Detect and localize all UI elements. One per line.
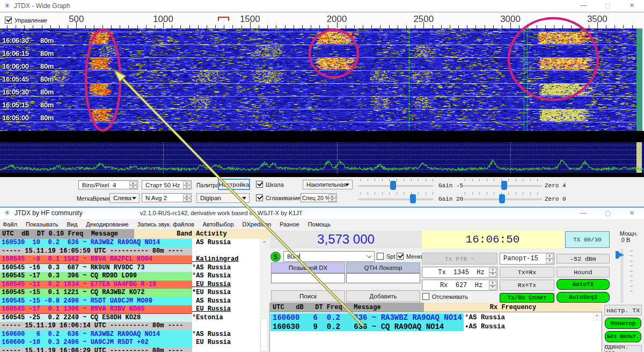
hound-button[interactable]: Hound [557, 267, 610, 277]
rx-frequency-table[interactable]: 160600 6 0.2 636 ~ RA3WBZ RA9OAQ NO14°AS… [269, 312, 602, 352]
navg-spinbox[interactable]: N Avg 2 ▲▼ [142, 193, 192, 202]
qth-locator-input[interactable] [346, 273, 420, 283]
filter-button[interactable]: Без фильт. [605, 331, 641, 342]
band-activity-table[interactable]: 160530 10 0.2 636 ~ RA3WBZ RA9OAQ NO14 A… [0, 239, 260, 352]
spt-checkbox-box[interactable] [377, 253, 384, 260]
decode-separator-row[interactable]: ----- 15.11.19 16:05:59 UTC ---------- 8… [0, 247, 260, 256]
start-freq-spinbox[interactable]: Старт 50 Hz ▲▼ [142, 180, 192, 189]
menu-запись-звук-файлов[interactable]: Запись звук. файлов [133, 219, 199, 230]
freq-scale-label: 1000 [153, 14, 173, 25]
menu-декодирование[interactable]: Декодирование [82, 219, 133, 230]
timestamp-dropdown[interactable]: Слева [109, 193, 140, 203]
main-titlebar[interactable]: ✳ JTDX by HF community v2.1.0-RUS-rc142,… [0, 208, 644, 219]
navg-spinner[interactable]: ▲▼ [183, 194, 191, 201]
rx-scrollbar[interactable]: ⌃ [592, 312, 602, 352]
tx-freq-spinner[interactable]: ▲▼ [489, 268, 496, 277]
spt-checkbox[interactable]: Spt [377, 253, 396, 260]
band-select-combo[interactable]: 80m [283, 251, 375, 262]
dx-call-button[interactable]: Позывной DX [271, 262, 345, 273]
rx-decode-row[interactable]: 160630 9 0.2 636 ~ CQ RA9OAQ NO14•AS Rus… [270, 322, 602, 332]
spec-spinner[interactable]: ▲▼ [328, 194, 336, 201]
tune-tx-button[interactable]: настр. TX [604, 305, 642, 316]
waterfall-display[interactable] [0, 28, 644, 131]
freq-scale-label: 3500 [587, 14, 608, 25]
mw-maximize-icon[interactable]: ▢ [596, 208, 620, 220]
palette-adjust-button[interactable]: Настройка [218, 179, 250, 190]
menu-вид[interactable]: Вид [62, 219, 82, 230]
gain-waterfall-slider[interactable] [358, 180, 434, 191]
autoseq-button[interactable]: AutoSeq3 [557, 292, 610, 303]
menu-разное[interactable]: Разное [275, 219, 303, 230]
decode-row[interactable]: 160545 -16 0.3 687 ~ RK9UN RV9DC 73°AS R… [0, 264, 260, 273]
menu-автовыбор[interactable]: АвтоВыбор [199, 219, 238, 230]
dbm-button[interactable]: -52 dBm [557, 254, 610, 263]
decode-row[interactable]: 160600 -10 0.3 2496 ~ UA9CJM R5DT +02 EU… [0, 339, 260, 347]
ba-scroll-thumb[interactable] [260, 318, 268, 351]
bins-pixel-spinner[interactable]: ▲▼ [129, 181, 137, 188]
dx-call-input[interactable] [271, 273, 345, 283]
power-slider-handle[interactable] [616, 251, 624, 259]
tx-watchdog-button[interactable]: TX 00/30 [565, 231, 610, 248]
track-checkbox-box[interactable] [422, 293, 429, 300]
track-checkbox[interactable]: Отслеживать [422, 293, 468, 300]
qth-locator-button[interactable]: QTH Локатор [346, 262, 420, 273]
decode-row[interactable]: 160545 -17 0.3 396 ~ CQ RD9D LO99°AS Rus… [0, 272, 260, 281]
zero-spectrum-slider[interactable] [463, 194, 543, 204]
scale-checkbox-box[interactable] [256, 181, 263, 188]
rx-decode-row[interactable]: 160600 6 0.2 636 ~ RA3WBZ RA9OAQ NO14°AS… [270, 313, 602, 322]
wide-graph-titlebar[interactable]: ✳ JTDX - Wide Graph — ▢ ✕ [0, 0, 644, 12]
decode-row[interactable]: 160545 -15 0.1 1221 ~ CQ RA3WBZ KO72*EU … [0, 289, 260, 297]
rx-scroll-up-icon[interactable]: ⌃ [592, 312, 602, 321]
rx-freq-spinbox[interactable]: Rx 627 Hz ▲▼ [422, 280, 497, 291]
rx-equals-tx-button[interactable]: Rx=Tx [500, 280, 554, 291]
wg-close-icon[interactable]: ✕ [620, 0, 644, 12]
monitor-button[interactable]: Монитор [605, 318, 641, 329]
report-spinner[interactable]: ▲▼ [546, 254, 553, 263]
control-checkbox-box[interactable] [5, 17, 12, 24]
tx-freq-spinbox[interactable]: Tx 1345 Hz ▲▼ [422, 267, 497, 278]
add-button[interactable]: Добавить [346, 290, 420, 302]
report-spinbox[interactable]: Рапорт-15 ▲▼ [500, 253, 554, 265]
wg-minimize-icon[interactable]: — [572, 0, 596, 12]
menu-показывать[interactable]: Показывать [21, 219, 62, 230]
scale-checkbox[interactable]: Шкала [256, 181, 284, 188]
menu-checkbox-box[interactable] [397, 253, 404, 260]
ba-scroll-up-icon[interactable]: ⌃ [260, 239, 269, 248]
tx-ftb-button[interactable]: Tx FTB ~ [422, 253, 497, 265]
smooth-checkbox-box[interactable] [256, 194, 263, 201]
mw-close-icon[interactable]: ✕ [620, 208, 644, 220]
control-checkbox[interactable]: Управление [5, 17, 47, 24]
decode-row[interactable]: 160545 -11 0.2 1634 ~ E77EA UA4FBG R-19 … [0, 281, 260, 289]
tx-equals-rx-button[interactable]: Tx=Rx [500, 267, 554, 278]
menu-dxpedition[interactable]: DXpedition [238, 219, 276, 230]
smooth-checkbox[interactable]: Сглаживание [256, 194, 301, 201]
tx-frequency-marker[interactable] [218, 17, 229, 21]
menu-помощь[interactable]: Помощь [304, 219, 335, 230]
menu-файл[interactable]: Файл [0, 219, 21, 230]
mw-minimize-icon[interactable]: — [572, 208, 596, 220]
decode-row[interactable]: 160545 -15 -0.8 2496 ~ R5DT UA9CJM MO09 … [0, 297, 260, 306]
decode-separator-row[interactable]: ----- 15.11.19 16:06:14 UTC ---------- 8… [0, 322, 260, 331]
start-freq-spinner[interactable]: ▲▼ [183, 181, 191, 188]
spec-spinbox[interactable]: Спец 20 % ▲▼ [301, 193, 337, 202]
accumulate-dropdown[interactable]: Накопительная [303, 180, 353, 189]
palette-dropdown[interactable]: Digipan [196, 193, 250, 203]
decode-row[interactable]: 160545 -25 0.2 2249 ~ CQ ES8DH KO28°Esto… [0, 314, 260, 322]
decode-row[interactable]: 160600 6 0.2 636 ~ RA3WBZ RA9OAQ NO14°AS… [0, 331, 260, 339]
decode-separator-row[interactable]: ----- 15.11.19 16:06:29 UTC ---------- 8… [0, 347, 260, 352]
gain-spectrum-slider[interactable] [358, 194, 434, 204]
rx-freq-spinner[interactable]: ▲▼ [489, 281, 496, 290]
frequency-ruler[interactable]: 500100015002000250030003500 Управление [0, 13, 644, 28]
txrx-split-button[interactable]: Tx/Rx Сплит [500, 293, 554, 303]
decode-row[interactable]: 160545 -17 0.1 1306 ~ R9VA R3BV KO85 EU … [0, 305, 260, 314]
zero-waterfall-slider[interactable] [463, 180, 543, 191]
band-activity-scrollbar[interactable]: ⌃ [260, 239, 269, 352]
wg-maximize-icon[interactable]: ▢ [596, 0, 620, 12]
decode-row[interactable]: 160545 -8 0.1 1582 ~ R9VA RA2FCL KO04 Ka… [0, 255, 260, 264]
bins-pixel-spinbox[interactable]: Bins/Pixel 4 ▲▼ [78, 180, 138, 189]
single-qso-button[interactable]: Одиноч. QSO [604, 345, 642, 352]
autotx-button[interactable]: AutoTX [557, 279, 610, 290]
decode-row[interactable]: 160530 10 0.2 636 ~ RA3WBZ RA9OAQ NO14 A… [0, 239, 260, 247]
menu-checkbox[interactable]: Меню [397, 253, 422, 260]
search-button[interactable]: Поиск [271, 290, 345, 302]
